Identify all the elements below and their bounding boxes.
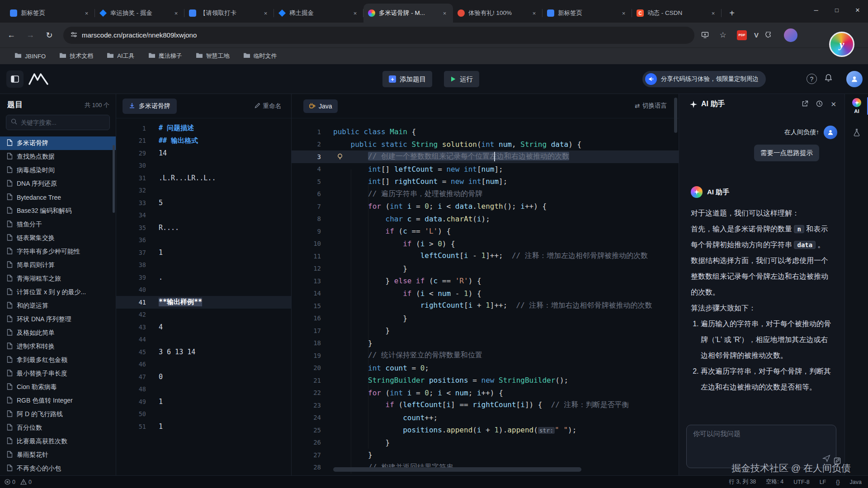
code-line[interactable]: 3 // 创建一个整数数组来记录每个位置左边和右边被推动的次数 [292,150,679,163]
sidebar-item[interactable]: 最小替换子串长度 [0,367,116,380]
bookmark-folder[interactable]: 技术文档 [59,52,93,60]
tab-close-icon[interactable]: × [530,9,538,17]
bookmark-star-icon[interactable]: ☆ [715,28,731,43]
run-button[interactable]: 运行 [444,71,479,87]
browser-tab[interactable]: 【请领取打卡× [184,4,274,23]
problems-summary[interactable]: 0 0 [5,479,34,485]
sidebar-item[interactable]: 比赛最高获胜次数 [0,435,116,448]
code-line[interactable]: 12 } [292,263,679,275]
tab-close-icon[interactable]: × [620,9,627,17]
code-line[interactable]: 8 char c = data.charAt(i); [292,213,679,225]
help-icon[interactable]: ? [807,74,817,84]
sidebar-item[interactable]: 暴雨梨花针 [0,448,116,462]
code-line[interactable]: 2 public static String solution(int num,… [292,138,679,151]
code-line[interactable]: 15 rightCount[i + 1]++; // 注释：增加右边相邻骨牌被推… [292,300,679,312]
sidebar-item[interactable]: 简单四则计算 [0,258,116,272]
code-line[interactable]: 26 } [292,436,679,449]
sidebar-item[interactable]: 青海湖租车之旅 [0,272,116,286]
v-extension-icon[interactable]: V [754,31,759,39]
md-line[interactable]: 38 [116,259,291,272]
code-line[interactable]: 5 int[] rightCount = new int[num]; [292,175,679,188]
sidebar-item[interactable]: 猫鱼分干 [0,218,116,231]
sidebar-toggle-button[interactable] [6,70,24,88]
md-line[interactable]: 39. [116,271,291,284]
indent-setting[interactable]: 空格: 4 [766,478,783,486]
code-line[interactable]: 20 int count = 0; [292,362,679,375]
sidebar-item[interactable]: Bytedance Tree [0,191,116,204]
bookmark-folder[interactable]: JBINFO [14,52,46,60]
browser-tab[interactable]: 体验有礼! 100%× [453,4,542,23]
browser-tab[interactable]: 新标签页× [542,4,632,23]
install-app-icon[interactable] [697,28,712,43]
md-line[interactable]: 34 [116,209,291,222]
sidebar-item[interactable]: 拿到最多红包金额 [0,353,116,367]
back-button[interactable]: ← [4,28,19,43]
sidebar-item[interactable]: 不再贪心的小包 [0,462,116,475]
sidebar-item[interactable]: 和的逆运算 [0,299,116,313]
md-line[interactable]: 491 [116,395,291,408]
browser-tab[interactable]: C动态 - CSDN× [632,4,722,23]
tab-close-icon[interactable]: × [441,9,448,17]
md-line[interactable]: 2914 [116,147,291,160]
sidebar-item[interactable]: 计算位置 x 到 y 的最少... [0,286,116,299]
browser-profile-avatar[interactable] [784,28,797,42]
md-line[interactable]: 470 [116,371,291,383]
vertical-scrollbar[interactable] [674,98,677,133]
sidebar-scrollbar[interactable] [113,145,115,213]
problem-search[interactable] [6,115,110,130]
code-line[interactable]: 11 leftCount[i - 1]++; // 注释：增加左边相邻骨牌被推动… [292,250,679,263]
bookmark-folder[interactable]: 临时文件 [243,52,277,60]
sidebar-item[interactable]: 阿 D 的飞行路线 [0,408,116,421]
md-line[interactable]: 371 [116,246,291,259]
tab-close-icon[interactable]: × [172,9,180,17]
language-mode[interactable]: Java [850,479,862,485]
sidebar-item[interactable]: 病毒感染时间 [0,164,116,177]
sidebar-item[interactable]: Cion 勒索病毒 [0,380,116,394]
close-icon[interactable]: ✕ [830,100,836,108]
search-input[interactable] [21,119,98,126]
eol-setting[interactable]: LF [820,479,826,485]
tab-close-icon[interactable]: × [709,9,717,17]
tab-close-icon[interactable]: × [351,9,359,17]
sidebar-item[interactable]: Base32 编码和解码 [0,204,116,218]
md-line[interactable]: 32 [116,184,291,197]
problem-title-chip[interactable]: 多米诺骨牌 [123,99,177,114]
md-line[interactable]: 453 6 13 14 [116,346,291,358]
sidebar-item[interactable]: 百分位数 [0,421,116,435]
code-line[interactable]: 27 } [292,449,679,461]
notification-bell-icon[interactable] [825,74,832,82]
code-line[interactable]: 7 for (int i = 0; i < data.length(); i++… [292,200,679,213]
code-line[interactable]: 14 if (i < num - 1) { [292,287,679,300]
window-minimize-button[interactable]: ─ [806,0,826,20]
code-line[interactable]: 4 int[] leftCount = new int[num]; [292,163,679,176]
sidebar-item[interactable]: 链表聚集交换 [0,231,116,245]
horizontal-scrollbar[interactable] [333,467,581,472]
md-line[interactable]: 21## 输出格式 [116,135,291,147]
code-line[interactable]: 9 if (c == 'L') { [292,225,679,238]
pdf-extension-icon[interactable]: PDF [737,30,747,40]
browser-tab[interactable]: 多米诺骨牌 - M...× [363,4,453,23]
window-close-button[interactable]: ✕ [847,0,868,20]
code-line[interactable]: 17 } [292,324,679,337]
code-line[interactable]: 10 if (i > 0) { [292,238,679,250]
browser-tab[interactable]: 新标签页× [5,4,95,23]
md-line[interactable]: 1# 问题描述 [116,122,291,135]
forward-button[interactable]: → [23,28,38,43]
bookmark-folder[interactable]: 魔法梯子 [148,52,182,60]
rename-button[interactable]: 重命名 [255,102,282,110]
tab-close-icon[interactable]: × [262,9,269,17]
extensions-puzzle-icon[interactable] [761,28,777,43]
reload-button[interactable]: ↻ [42,28,57,43]
md-line[interactable]: 36 [116,234,291,247]
code-line[interactable]: 18 } [292,337,679,350]
md-line[interactable]: 44 [116,333,291,346]
window-maximize-button[interactable]: □ [826,0,847,20]
bookmark-folder[interactable]: 智慧工地 [196,52,230,60]
md-line[interactable]: 42 [116,309,291,321]
lightbulb-icon[interactable] [337,153,343,162]
md-line[interactable]: 335 [116,197,291,209]
share-banner[interactable]: 分享代码练习体验，领限量定制周边 [642,71,766,87]
encoding[interactable]: UTF-8 [793,479,809,485]
app-user-avatar[interactable] [846,71,863,87]
ai-input[interactable] [693,430,830,456]
